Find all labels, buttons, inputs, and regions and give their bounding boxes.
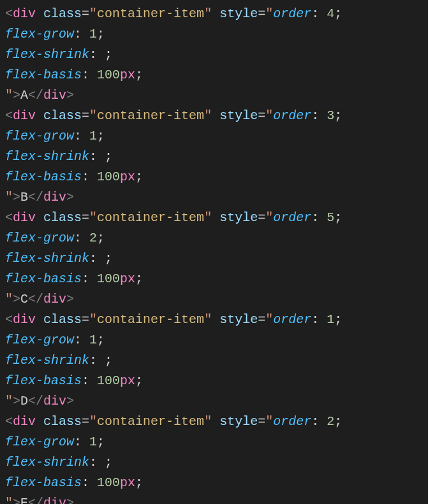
- angle-open: <: [5, 210, 13, 225]
- tag-name: div: [13, 312, 36, 327]
- css-value: 1: [89, 27, 97, 41]
- semicolon: ;: [135, 373, 143, 388]
- css-prop-order: order: [273, 6, 311, 21]
- quote: ": [5, 394, 13, 408]
- attr-class: class: [43, 312, 82, 327]
- css-value: 100: [97, 373, 120, 388]
- semicolon: ;: [97, 27, 105, 41]
- equals: =: [258, 108, 265, 123]
- css-prop-shrink: flex-shrink: [5, 251, 89, 266]
- quote: ": [89, 312, 97, 327]
- slash: /: [36, 190, 43, 205]
- css-prop-basis: flex-basis: [5, 475, 82, 490]
- css-unit: px: [120, 169, 135, 184]
- quote: ": [204, 108, 212, 123]
- semicolon: ;: [334, 210, 342, 225]
- quote: ": [265, 108, 273, 123]
- attr-class: class: [43, 108, 82, 123]
- css-prop-grow: flex-grow: [5, 435, 74, 449]
- css-prop-shrink: flex-shrink: [5, 47, 89, 62]
- semicolon: ;: [135, 169, 143, 184]
- element-text: E: [20, 496, 28, 504]
- css-prop-shrink: flex-shrink: [5, 149, 89, 164]
- quote: ": [89, 6, 97, 21]
- angle-close: >: [13, 394, 20, 408]
- colon: :: [74, 333, 82, 347]
- css-value: 4: [327, 6, 334, 21]
- css-unit: px: [120, 475, 135, 490]
- colon: :: [311, 108, 319, 123]
- semicolon: ;: [97, 231, 105, 245]
- css-prop-basis: flex-basis: [5, 373, 82, 388]
- tag-name: div: [13, 210, 36, 225]
- colon: :: [89, 455, 97, 470]
- quote: ": [265, 312, 273, 327]
- angle-open: <: [28, 394, 36, 408]
- css-value: 100: [97, 169, 120, 184]
- attr-style: style: [219, 108, 258, 123]
- class-value: container-item: [97, 312, 204, 327]
- class-value: container-item: [97, 414, 204, 429]
- element-text: C: [20, 292, 28, 306]
- attr-style: style: [219, 210, 258, 225]
- quote: ": [5, 292, 13, 306]
- equals: =: [82, 414, 89, 429]
- css-value: 1: [89, 129, 97, 143]
- angle-close: >: [13, 292, 20, 306]
- slash: /: [36, 394, 43, 408]
- angle-open: <: [5, 414, 13, 429]
- colon: :: [89, 251, 97, 266]
- colon: :: [89, 149, 97, 164]
- css-unit: px: [120, 271, 135, 286]
- semicolon: ;: [135, 68, 143, 82]
- quote: ": [5, 88, 13, 103]
- colon: :: [74, 435, 82, 449]
- css-prop-shrink: flex-shrink: [5, 455, 89, 470]
- tag-name: div: [43, 88, 66, 103]
- angle-close: >: [13, 88, 20, 103]
- css-prop-basis: flex-basis: [5, 271, 82, 286]
- tag-name: div: [13, 414, 36, 429]
- semicolon: ;: [334, 414, 342, 429]
- equals: =: [82, 108, 89, 123]
- code-editor[interactable]: <div class="container-item" style="order…: [0, 0, 428, 504]
- angle-open: <: [28, 496, 36, 504]
- css-value: 100: [97, 68, 120, 82]
- slash: /: [36, 88, 43, 103]
- quote: ": [204, 414, 212, 429]
- semicolon: ;: [334, 6, 342, 21]
- colon: :: [82, 475, 89, 490]
- quote: ": [5, 496, 13, 504]
- css-prop-grow: flex-grow: [5, 231, 74, 245]
- css-value: 5: [327, 210, 334, 225]
- angle-open: <: [5, 6, 13, 21]
- element-text: B: [20, 190, 28, 205]
- colon: :: [82, 271, 89, 286]
- colon: :: [89, 47, 97, 62]
- semicolon: ;: [334, 312, 342, 327]
- angle-open: <: [5, 108, 13, 123]
- tag-name: div: [13, 6, 36, 21]
- tag-name: div: [13, 108, 36, 123]
- class-value: container-item: [97, 108, 204, 123]
- css-prop-grow: flex-grow: [5, 27, 74, 41]
- element-text: D: [20, 394, 28, 408]
- colon: :: [74, 27, 82, 41]
- equals: =: [82, 312, 89, 327]
- slash: /: [36, 292, 43, 306]
- colon: :: [89, 353, 97, 368]
- angle-open: <: [28, 292, 36, 306]
- equals: =: [258, 210, 265, 225]
- quote: ": [265, 6, 273, 21]
- element-text: A: [20, 88, 28, 103]
- colon: :: [82, 169, 89, 184]
- angle-close: >: [66, 88, 74, 103]
- quote: ": [89, 108, 97, 123]
- quote: ": [265, 210, 273, 225]
- semicolon: ;: [105, 47, 112, 62]
- css-prop-shrink: flex-shrink: [5, 353, 89, 368]
- semicolon: ;: [105, 353, 112, 368]
- angle-close: >: [66, 496, 74, 504]
- css-prop-basis: flex-basis: [5, 169, 82, 184]
- equals: =: [258, 312, 265, 327]
